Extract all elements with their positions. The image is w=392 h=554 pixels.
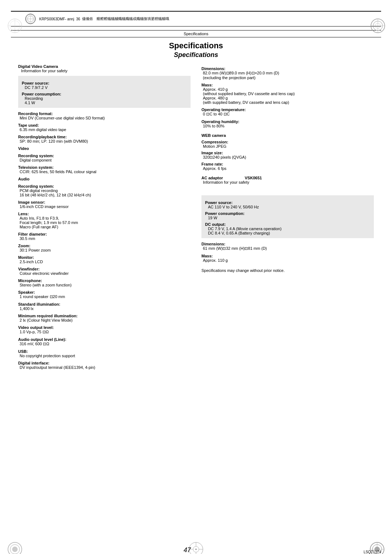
spec-mass2: Mass: Approx. 110 g <box>201 254 374 262</box>
spec-recording-playback: Recording/playback time: SP: 80 min; LP:… <box>18 135 191 143</box>
spec-recording-system: Recording system: Digital component <box>18 154 191 162</box>
dc-output-label: DC output: <box>205 222 370 227</box>
mass-value2: Approx. 480 g <box>201 96 374 100</box>
header-code: KRPS0063DMF- annj <box>39 17 74 21</box>
dimensions2-value: 61 mm (W)⊡32 mm (H)⊡81 mm (D) <box>201 246 374 251</box>
spec-television-system: Television system: CCIR: 625 lines, 50 f… <box>18 165 191 174</box>
spec-monitor: Monitor: 2.5-inch LCD <box>18 255 191 264</box>
compression-value: Motion JPEG <box>201 144 374 148</box>
spec-value-14: 30:1 Power zoom <box>18 248 191 252</box>
spec-label-4: Recording system: <box>18 154 191 158</box>
spec-value-22: 316 mV, 600 ⊡Ω <box>18 342 191 346</box>
op-temp-label: Operating temperature: <box>201 107 374 112</box>
header-circle-left <box>25 14 36 24</box>
spec-value-16: Colour electronic viewfinder <box>18 271 191 276</box>
power-source-value-right: AC 110 V to 240 V, 50/60 Hz <box>205 205 370 209</box>
spec-label-19: Standard illumination: <box>18 302 191 306</box>
spec-label-24: Digital interface: <box>18 361 191 365</box>
power-consumption-label-left: Power consumption: <box>22 92 187 96</box>
spec-microphone: Microphone: Stereo (with a zoom function… <box>18 278 191 287</box>
specs-header-bar: Specifications <box>11 30 381 37</box>
spec-video-header: Video <box>18 146 191 151</box>
ac-adaptor-label: AC adaptor <box>201 176 223 180</box>
spec-value-5: CCIR: 625 lines, 50 fields PAL colour si… <box>18 170 191 174</box>
spec-digital-interface: Digital interface: DV input/output termi… <box>18 361 191 370</box>
spec-label-14: Zoom: <box>18 244 191 248</box>
spec-value-8: 16 bit (48 kHz/2 ch), 12 bit (32 kHz/4 c… <box>18 193 191 197</box>
mass2-label: Mass: <box>201 254 374 258</box>
spec-viewfinder: Viewfinder: Colour electronic viewfinder <box>18 267 191 276</box>
mass-note1: (without supplied battery, DV cassette a… <box>201 91 374 96</box>
web-camera-title: WEB camera <box>201 133 374 138</box>
two-column-layout: Digital Video Camera Information for you… <box>18 64 374 372</box>
spec-dimensions2: Dimensions: 61 mm (W)⊡32 mm (H)⊡81 mm (D… <box>201 242 374 251</box>
spec-label-17: Microphone: <box>18 278 191 283</box>
spec-label-18: Speaker: <box>18 290 191 294</box>
power-source-label-right: Power source: <box>205 200 370 205</box>
dimensions2-label: Dimensions: <box>201 242 374 246</box>
spec-label-7: Recording system: <box>18 184 191 188</box>
footer-right: LSQT1174 <box>364 550 381 554</box>
right-column: Dimensions: 82.0 mm (W)⊡89.0 mm (H)⊡×20.… <box>201 64 374 273</box>
spec-value-15: 2.5-inch LCD <box>18 260 191 264</box>
header-circle-inner <box>26 15 34 23</box>
spec-value-23: No copyright protection support <box>18 354 191 358</box>
power-consumption-value2-left: 4.1 W <box>22 101 187 105</box>
frame-rate-label: Frame rate: <box>201 162 374 166</box>
image-size-value: 320⊡240 pixels (QVGA) <box>201 155 374 160</box>
spec-value-7: PCM digital recording <box>18 188 191 193</box>
frame-rate-value: Approx. 6 fps <box>201 166 374 171</box>
page-title: Specifications <box>18 41 374 50</box>
dimensions-label: Dimensions: <box>201 66 374 71</box>
spec-value-0: Mini DV (Consumer-use digital video SD f… <box>18 116 191 120</box>
spec-value-18: 1 round speaker ⊡20 mm <box>18 294 191 299</box>
camera-section: Digital Video Camera Information for you… <box>18 64 191 73</box>
spec-audio-output: Audio output level (Line): 316 mV, 600 ⊡… <box>18 337 191 346</box>
main-content: Specifications Specifications Digital Vi… <box>11 41 381 372</box>
ac-adaptor-note: Information for your safety <box>201 180 374 184</box>
header-japanese: 儘儀俗 艟艠艠艤艤艣艥艤艥艤或艥艤愎填婆艃艤艢哦 <box>82 16 169 21</box>
spec-value-2: SP: 80 min; LP: 120 min (with DVM80) <box>18 139 191 143</box>
top-right-decoration <box>370 18 385 33</box>
specs-notice: Specifications may change without prior … <box>201 268 374 273</box>
page-container: KRPS0063DMF- annj 36 儘儀俗 艟艠艠艤艤艣艥艤艥艤或艥艤愎填… <box>0 11 392 554</box>
spec-label-15: Monitor: <box>18 255 191 260</box>
spec-value-17: Stereo (with a zoom function) <box>18 283 191 287</box>
top-left-decoration <box>7 18 22 33</box>
mass-value1: Approx. 410 g <box>201 87 374 91</box>
op-humidity-label: Operating humidity: <box>201 119 374 124</box>
spec-value-13: 30.5 mm <box>18 236 191 241</box>
spec-label-21: Video output level: <box>18 325 191 330</box>
compression-label: Compression: <box>201 140 374 144</box>
shaded-box-left: Power source: DC 7.9/7.2 V Power consump… <box>18 76 191 108</box>
op-temp-value: 0 ⊡C to 40 ⊡C <box>201 112 374 117</box>
spec-filter-diameter: Filter diameter: 30.5 mm <box>18 232 191 241</box>
spec-value-10: Auto Iris, F1.8 to F3.9, <box>18 216 191 220</box>
spec-label-6: Audio <box>18 177 191 181</box>
power-source-label-left: Power source: <box>22 81 187 85</box>
spec-label-20: Minimum required illumination: <box>18 314 191 318</box>
page-number: 47 <box>184 546 191 554</box>
spec-value-4: Digital component <box>18 158 191 162</box>
left-column: Digital Video Camera Information for you… <box>18 64 191 372</box>
spec-value-20: 2 lx (Colour Night View Mode) <box>18 318 191 322</box>
spec-label-13: Filter diameter: <box>18 232 191 236</box>
spec-op-temp: Operating temperature: 0 ⊡C to 40 ⊡C <box>201 107 374 117</box>
dc-output-value1: DC 7.9 V, 1.4 A (Movie camera operation) <box>205 227 370 231</box>
mass2-value: Approx. 110 g <box>201 258 374 262</box>
dc-output-value2: DC 8.4 V, 0.65 A (Battery charging) <box>205 231 370 235</box>
spec-label-23: USB: <box>18 349 191 354</box>
spec-zoom: Zoom: 30:1 Power zoom <box>18 244 191 252</box>
header-page-num: 36 <box>76 17 80 21</box>
mass-label: Mass: <box>201 83 374 87</box>
page-subtitle: Specifications <box>18 51 374 59</box>
ac-adaptor-model: VSK0651 <box>245 176 262 180</box>
dimensions-note: (excluding the projection part) <box>201 76 374 80</box>
spec-value-19: 1,400 lx <box>18 306 191 311</box>
spec-value-11: Focal length; 1.9 mm to 57.0 mm <box>18 220 191 225</box>
spec-label-10: Lens: <box>18 212 191 216</box>
notice-text: Specifications may change without prior … <box>201 268 285 273</box>
dimensions-value: 82.0 mm (W)⊡89.0 mm (H)⊡×20.0 mm (D) <box>201 71 374 76</box>
mass-note2: (with supplied battery, DV cassette and … <box>201 100 374 105</box>
spec-standard-illumination: Standard illumination: 1,400 lx <box>18 302 191 311</box>
